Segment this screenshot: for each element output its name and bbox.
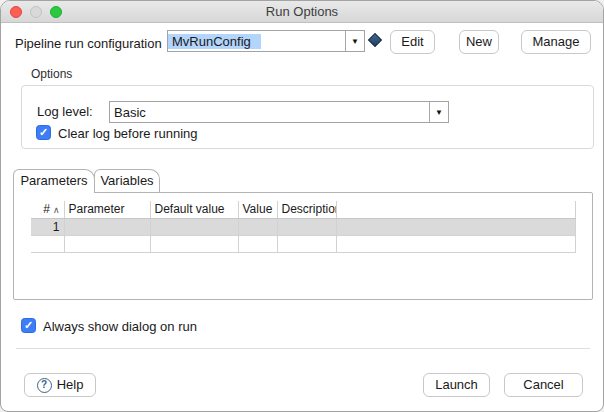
clear-log-label: Clear log before running xyxy=(58,126,197,141)
manage-button[interactable]: Manage xyxy=(521,30,591,54)
column-header-description[interactable]: Description xyxy=(277,201,336,218)
parameters-table: #∧ Parameter Default value Value Descrip… xyxy=(31,201,576,253)
footer-separator xyxy=(16,348,590,349)
cell-num[interactable]: 1 xyxy=(31,218,64,235)
tab-variables[interactable]: Variables xyxy=(94,169,160,192)
variable-diamond-icon xyxy=(368,33,382,47)
clear-log-checkbox[interactable]: ✓ xyxy=(36,125,51,140)
column-header-num[interactable]: #∧ xyxy=(31,201,64,218)
always-show-label: Always show dialog on run xyxy=(43,319,197,334)
log-level-value: Basic xyxy=(110,105,146,120)
cell-value[interactable] xyxy=(238,218,277,235)
chevron-down-icon[interactable]: ▼ xyxy=(429,102,448,122)
log-level-combo[interactable]: Basic ▼ xyxy=(109,101,449,123)
title-bar[interactable]: Run Options xyxy=(1,1,603,23)
column-header-value[interactable]: Value xyxy=(238,201,277,218)
chevron-down-icon[interactable]: ▼ xyxy=(345,31,364,51)
cell-parameter[interactable] xyxy=(64,218,150,235)
log-level-label: Log level: xyxy=(37,104,93,119)
run-config-value: MvRunConfig xyxy=(168,34,261,49)
edit-button[interactable]: Edit xyxy=(390,30,435,54)
table-header-row: #∧ Parameter Default value Value Descrip… xyxy=(31,201,576,218)
launch-button[interactable]: Launch xyxy=(423,373,490,397)
always-show-checkbox[interactable]: ✓ xyxy=(21,318,36,333)
cell-default-value[interactable] xyxy=(150,218,238,235)
help-button-label: Help xyxy=(57,374,84,396)
sort-asc-icon: ∧ xyxy=(53,205,60,215)
pipeline-config-label: Pipeline run configuration xyxy=(15,36,162,51)
cancel-button[interactable]: Cancel xyxy=(504,373,583,397)
column-header-filler xyxy=(336,201,576,218)
options-group-title: Options xyxy=(31,67,72,81)
tab-parameters[interactable]: Parameters xyxy=(13,169,95,193)
window-title: Run Options xyxy=(1,4,603,19)
table-row[interactable]: 1 xyxy=(31,218,576,235)
run-options-dialog: Run Options Pipeline run configuration M… xyxy=(0,0,604,412)
new-button[interactable]: New xyxy=(459,30,499,54)
column-header-parameter[interactable]: Parameter xyxy=(64,201,150,218)
table-row-empty[interactable] xyxy=(31,235,576,252)
help-question-icon: ? xyxy=(37,378,52,393)
cell-description[interactable] xyxy=(277,218,336,235)
column-header-default-value[interactable]: Default value xyxy=(150,201,238,218)
run-config-combo[interactable]: MvRunConfig ▼ xyxy=(167,30,365,52)
help-button[interactable]: ? Help xyxy=(24,373,96,397)
